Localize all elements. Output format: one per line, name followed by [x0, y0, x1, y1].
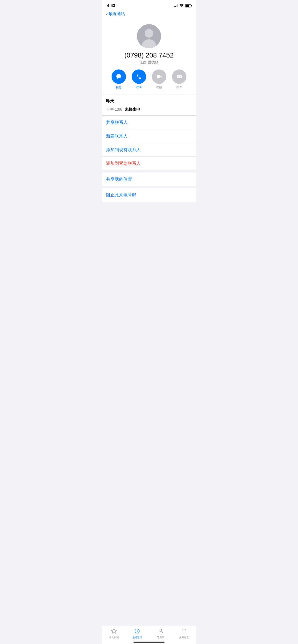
mail-action[interactable]: 邮件 — [172, 70, 186, 89]
signal-icon — [175, 4, 179, 7]
call-action[interactable]: 呼叫 — [132, 70, 146, 89]
contact-actions-section: 共享联系人 新建联系人 添加到现有联系人 添加到紧急联系人 — [102, 116, 196, 170]
block-section: 阻止此来电号码 — [102, 188, 196, 202]
back-button[interactable]: ‹ 最近通话 — [106, 11, 125, 16]
video-action[interactable]: 视频 — [152, 70, 166, 89]
call-history-section: 昨天 下午 1:08 未接来电 — [102, 94, 196, 116]
message-circle — [112, 70, 126, 84]
call-time: 下午 1:08 — [106, 107, 122, 112]
status-bar: 4:43 ↑ — [102, 0, 196, 9]
status-icons — [175, 4, 191, 8]
share-contact-item[interactable]: 共享联系人 — [102, 116, 196, 130]
phone-number: (0798) 208 7452 — [124, 52, 174, 59]
battery-icon — [185, 4, 191, 8]
call-label: 呼叫 — [136, 85, 142, 89]
call-record: 下午 1:08 未接来电 — [106, 106, 192, 114]
main-content: 昨天 下午 1:08 未接来电 共享联系人 新建联系人 添加到现有联系人 添加到… — [102, 94, 196, 223]
back-label: 最近通话 — [109, 11, 125, 16]
call-status: 未接来电 — [125, 107, 140, 112]
wifi-icon — [180, 4, 184, 8]
video-circle — [152, 70, 166, 84]
status-time: 4:43 — [107, 3, 115, 8]
new-contact-item[interactable]: 新建联系人 — [102, 130, 196, 143]
contact-location: 江西 景德镇 — [139, 60, 158, 65]
add-existing-item[interactable]: 添加到现有联系人 — [102, 143, 196, 157]
svg-rect-3 — [157, 75, 160, 78]
svg-point-1 — [145, 29, 153, 38]
svg-rect-4 — [177, 75, 182, 78]
contact-card: (0798) 208 7452 江西 景德镇 — [102, 20, 196, 70]
call-date: 昨天 — [106, 98, 192, 104]
header: ‹ 最近通话 — [102, 9, 196, 20]
location-share-section: 共享我的位置 — [102, 172, 196, 186]
message-label: 信息 — [116, 85, 122, 89]
gray-separator-1 — [102, 170, 196, 172]
video-label: 视频 — [156, 85, 162, 89]
action-buttons: 信息 呼叫 视频 邮件 — [102, 70, 196, 94]
mail-label: 邮件 — [176, 85, 182, 89]
share-location-item[interactable]: 共享我的位置 — [102, 172, 196, 186]
block-number-item[interactable]: 阻止此来电号码 — [102, 188, 196, 202]
call-circle — [132, 70, 146, 84]
add-emergency-item[interactable]: 添加到紧急联系人 — [102, 157, 196, 170]
gray-separator-2 — [102, 186, 196, 188]
location-icon: ↑ — [116, 4, 118, 8]
avatar — [137, 24, 161, 48]
message-action[interactable]: 信息 — [112, 70, 126, 89]
mail-circle — [172, 70, 186, 84]
back-chevron-icon: ‹ — [106, 12, 108, 16]
